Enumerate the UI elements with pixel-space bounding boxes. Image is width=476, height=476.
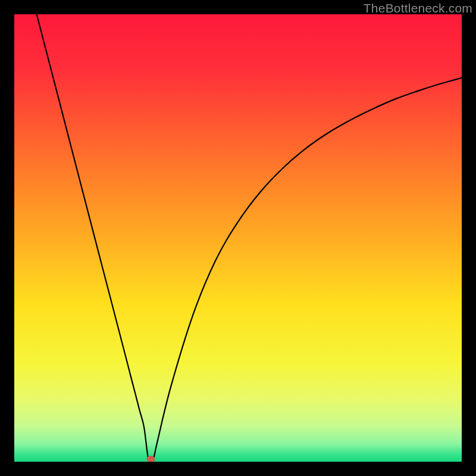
plot-area <box>14 14 462 462</box>
gradient-background <box>14 14 462 462</box>
chart-frame: TheBottleneck.com <box>0 0 476 476</box>
bottleneck-chart <box>14 14 462 462</box>
watermark-text: TheBottleneck.com <box>364 1 472 15</box>
